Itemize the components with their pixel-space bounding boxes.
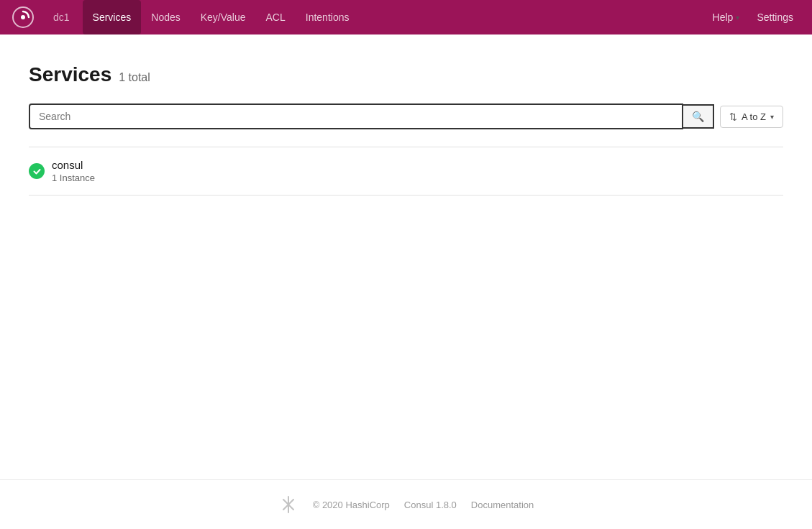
search-button[interactable]: 🔍 bbox=[683, 104, 714, 129]
search-icon: 🔍 bbox=[692, 111, 704, 122]
service-status-passing-icon bbox=[29, 163, 45, 179]
service-info: consul 1 Instance bbox=[52, 159, 95, 183]
hashicorp-logo-icon bbox=[278, 494, 298, 515]
nav-item-nodes[interactable]: Nodes bbox=[141, 0, 190, 34]
page-header: Services 1 total bbox=[29, 63, 783, 86]
navbar-right: Help ▾ Settings bbox=[706, 7, 800, 27]
consul-logo-icon bbox=[12, 6, 35, 29]
sort-label: A to Z bbox=[742, 111, 766, 122]
footer-copyright: © 2020 HashiCorp bbox=[313, 500, 390, 510]
footer-version: Consul 1.8.0 bbox=[404, 500, 457, 510]
page-count: 1 total bbox=[119, 71, 150, 84]
main-content: Services 1 total 🔍 ⇅ A to Z ▾ consul 1 I… bbox=[0, 34, 812, 479]
chevron-down-icon: ▾ bbox=[770, 113, 774, 121]
search-input[interactable] bbox=[30, 105, 682, 128]
sort-icon: ⇅ bbox=[729, 111, 737, 122]
nav-item-keyvalue[interactable]: Key/Value bbox=[191, 0, 256, 34]
datacenter-selector[interactable]: dc1 bbox=[43, 0, 80, 34]
chevron-down-icon: ▾ bbox=[736, 14, 739, 22]
main-nav: dc1 Services Nodes Key/Value ACL Intenti… bbox=[43, 0, 706, 34]
service-list: consul 1 Instance bbox=[29, 147, 783, 196]
svg-point-1 bbox=[21, 15, 25, 19]
service-name: consul bbox=[52, 159, 95, 171]
service-instances: 1 Instance bbox=[52, 172, 95, 183]
search-bar: 🔍 ⇅ A to Z ▾ bbox=[29, 104, 783, 129]
page-title: Services bbox=[29, 63, 111, 86]
footer-docs-link[interactable]: Documentation bbox=[471, 500, 534, 510]
nav-item-intentions[interactable]: Intentions bbox=[296, 0, 360, 34]
navbar: dc1 Services Nodes Key/Value ACL Intenti… bbox=[0, 0, 812, 34]
search-input-wrapper bbox=[29, 104, 683, 129]
help-menu[interactable]: Help ▾ bbox=[706, 7, 747, 27]
service-item[interactable]: consul 1 Instance bbox=[29, 147, 783, 196]
sort-button[interactable]: ⇅ A to Z ▾ bbox=[720, 106, 783, 128]
settings-link[interactable]: Settings bbox=[749, 7, 800, 27]
nav-item-services[interactable]: Services bbox=[83, 0, 142, 34]
nav-item-acl[interactable]: ACL bbox=[256, 0, 296, 34]
footer: © 2020 HashiCorp Consul 1.8.0 Documentat… bbox=[0, 479, 812, 529]
